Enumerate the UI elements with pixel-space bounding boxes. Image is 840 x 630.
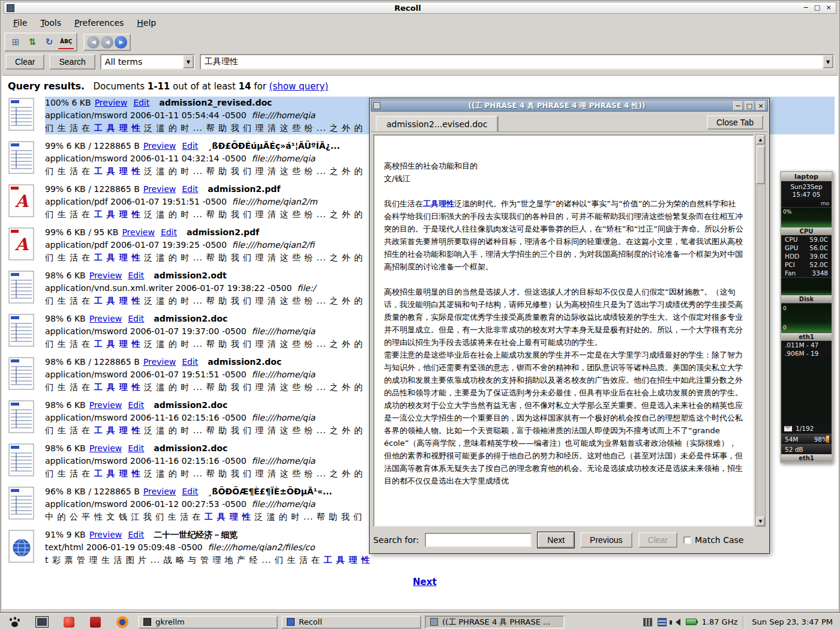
- battery-icon[interactable]: [686, 619, 697, 625]
- scroll-down-icon[interactable]: ▼: [756, 517, 765, 526]
- menu-file[interactable]: File: [8, 16, 32, 29]
- result-url: file:///home/qia: [251, 326, 315, 336]
- xfce-paw-icon[interactable]: [8, 616, 20, 628]
- preview-link[interactable]: Preview: [143, 357, 176, 367]
- result-url: file:/: [297, 283, 316, 293]
- preview-link[interactable]: Preview: [89, 400, 122, 410]
- gkrellm-battery-meter[interactable]: 52 dB: [781, 444, 832, 454]
- taskbar-task-recoll[interactable]: Recoll: [281, 616, 421, 629]
- launcher-red2-icon[interactable]: [90, 617, 101, 628]
- query-combo[interactable]: 工具理性 ▼: [200, 54, 835, 70]
- gkrellm-cpu-chart: 0%: [781, 207, 832, 227]
- preview-search-bar: Search for: Next Previous Clear Match Ca…: [373, 529, 766, 551]
- edit-link[interactable]: Edit: [128, 530, 144, 539]
- preview-link[interactable]: Preview: [95, 98, 128, 107]
- result-mime-date: application/msword 2006-01-07 19:51:51 -…: [45, 370, 247, 379]
- volume-icon[interactable]: [672, 619, 680, 626]
- edit-link[interactable]: Edit: [128, 443, 144, 453]
- preview-link[interactable]: Preview: [122, 227, 155, 237]
- preview-link[interactable]: Preview: [89, 530, 122, 539]
- preview-text[interactable]: 高校招生的社会功能和目的文/钱江我们生活在工具理性泛滥的时代。作为“世之显学”的…: [373, 134, 754, 527]
- minimize-icon[interactable]: −: [801, 4, 811, 13]
- chevron-down-icon[interactable]: ▼: [183, 55, 194, 68]
- edit-link[interactable]: Edit: [182, 184, 198, 194]
- firefox-icon[interactable]: [116, 616, 128, 628]
- chevron-down-icon[interactable]: ▼: [823, 55, 833, 68]
- preview-previous-button[interactable]: Previous: [580, 532, 632, 548]
- edit-link[interactable]: Edit: [182, 487, 198, 496]
- next-results-link[interactable]: Next: [413, 577, 437, 587]
- edit-link[interactable]: Edit: [128, 271, 144, 280]
- task-icon: [287, 618, 295, 626]
- result-url: file:///home/qia: [251, 413, 315, 422]
- prev-page-icon[interactable]: ◀: [101, 36, 113, 49]
- term-explorer-icon[interactable]: ÂBÇ: [58, 35, 74, 49]
- preview-scrollbar[interactable]: ▲ ▼: [755, 134, 766, 527]
- close-icon[interactable]: ×: [824, 4, 833, 13]
- next-page-icon[interactable]: ▶: [115, 36, 127, 49]
- maximize-icon[interactable]: □: [745, 101, 754, 110]
- maximize-icon[interactable]: □: [812, 4, 822, 13]
- gkrellm-battery-value: 52 dB: [785, 446, 803, 453]
- preview-next-button[interactable]: Next: [538, 532, 574, 548]
- terminal-icon[interactable]: [36, 617, 48, 627]
- edit-link[interactable]: Edit: [182, 357, 198, 367]
- search-button[interactable]: Search: [49, 54, 95, 70]
- gkrellm-net-row: .906M - 19: [781, 349, 832, 358]
- gkrellm-mem-used: 54M: [785, 436, 798, 443]
- result-score-size: 98% 6 KB: [45, 271, 86, 280]
- first-page-icon[interactable]: ◀: [87, 36, 100, 49]
- close-tab-button[interactable]: Close Tab: [707, 115, 763, 130]
- edit-link[interactable]: Edit: [161, 227, 177, 237]
- preview-titlebar[interactable]: ((工 PHRASE 4 具 PHRASE 4 理 PHRASE 4 性)) −…: [371, 100, 768, 112]
- result-snippet: t 彩 票 管 理 生 活 图 片 ... 战 略 与 管 理 地 产 经 ..…: [45, 554, 835, 566]
- search-mode-combo[interactable]: All terms ▼: [100, 54, 195, 70]
- preview-link[interactable]: Preview: [89, 271, 122, 280]
- taskbar-task-phrase4phras[interactable]: ((工 PHRASE 4 具 PHRASE ...: [425, 616, 565, 629]
- menu-tools[interactable]: Tools: [35, 16, 67, 29]
- edit-link[interactable]: Edit: [133, 98, 149, 107]
- edit-link[interactable]: Edit: [128, 314, 144, 323]
- close-icon[interactable]: ×: [756, 101, 766, 110]
- match-case-checkbox[interactable]: [683, 536, 691, 544]
- edit-link[interactable]: Edit: [182, 141, 198, 151]
- show-results-table-icon[interactable]: ⊞: [8, 35, 23, 49]
- edit-link[interactable]: Edit: [128, 400, 144, 410]
- preview-clear-button[interactable]: Clear: [638, 532, 677, 548]
- scrollbar-thumb[interactable]: [756, 146, 765, 184]
- result-title: admission2.pdf: [187, 227, 259, 237]
- result-title: admission2.doc: [154, 400, 227, 410]
- preview-link[interactable]: Preview: [143, 141, 176, 151]
- query-input-value[interactable]: 工具理性: [201, 56, 823, 67]
- preview-link[interactable]: Preview: [143, 184, 176, 194]
- main-titlebar[interactable]: Recoll − □ ×: [4, 2, 836, 14]
- gkrellm-temp-chart: [781, 277, 832, 295]
- tray-icon-2[interactable]: [658, 618, 667, 626]
- result-mime-date: application/msword 2006-01-12 00:27:53 -…: [45, 499, 247, 509]
- tray-icon-1[interactable]: [643, 618, 652, 626]
- menu-preferences[interactable]: Preferences: [69, 16, 129, 29]
- clear-button[interactable]: Clear: [5, 54, 44, 70]
- refresh-icon[interactable]: ↻: [41, 35, 57, 49]
- gkrellm-sensor-row: GPU56.0C: [781, 244, 832, 252]
- minimize-icon[interactable]: −: [733, 101, 743, 110]
- match-case-option[interactable]: Match Case: [683, 535, 743, 545]
- launcher-red-icon[interactable]: [64, 617, 74, 628]
- preview-search-input[interactable]: [425, 533, 532, 547]
- show-query-link[interactable]: (show query): [269, 81, 329, 92]
- taskbar-task-gkrellm[interactable]: gkrellm: [138, 616, 278, 629]
- result-mime-date: application/msword 2006-01-11 04:32:14 -…: [45, 154, 247, 163]
- result-mime-date: application/pdf 2006-01-07 19:39:25 -050…: [45, 240, 227, 250]
- gkrellm-window[interactable]: laptop Sun23Sep 15:47 05 mo 0% CPU CPU59…: [780, 171, 833, 463]
- menu-help[interactable]: Help: [131, 16, 161, 29]
- scroll-up-icon[interactable]: ▲: [756, 135, 765, 145]
- next-page-row: Next: [2, 571, 838, 587]
- preview-tab[interactable]: admission2...evised.doc: [376, 116, 498, 131]
- gkrellm-disk-write: 0: [783, 325, 787, 331]
- preview-link[interactable]: Preview: [89, 443, 122, 453]
- sort-parameters-icon[interactable]: ⇅: [25, 35, 40, 49]
- preview-link[interactable]: Preview: [143, 487, 176, 496]
- gkrellm-memory-meter[interactable]: 54M 98%: [781, 434, 832, 444]
- gkrellm-sensor-row: CPU59.0C: [781, 235, 832, 244]
- preview-link[interactable]: Preview: [89, 314, 122, 323]
